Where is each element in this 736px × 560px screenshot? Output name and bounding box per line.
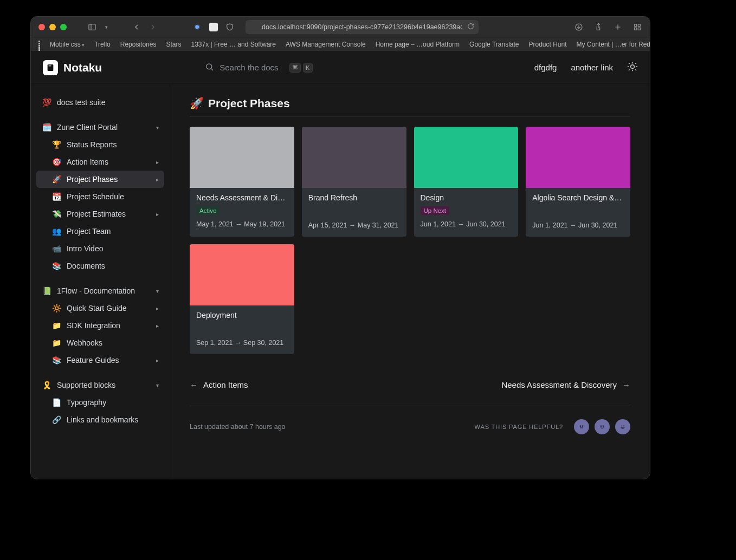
- nav-back-button[interactable]: [132, 22, 141, 32]
- bookmark-item[interactable]: Home page – …oud Platform: [376, 41, 460, 48]
- sidebar-root[interactable]: 💯 docs test suite: [36, 94, 164, 111]
- card-title: Deployment: [196, 311, 288, 320]
- svg-rect-7: [635, 24, 637, 26]
- feedback-faces: [574, 419, 630, 434]
- nav-forward-button[interactable]: [148, 22, 158, 32]
- download-icon[interactable]: [574, 22, 584, 32]
- phase-card[interactable]: Design Up Next Jun 1, 2021 → Jun 30, 202…: [414, 127, 519, 237]
- sidebar-toggle-icon[interactable]: [87, 22, 97, 32]
- bookmark-item[interactable]: Trello: [94, 41, 111, 48]
- status-badge: Active: [196, 206, 219, 215]
- header-link[interactable]: another link: [571, 63, 613, 72]
- sidebar-item-project-estimates[interactable]: 💸 Project Estimates ▸: [36, 205, 164, 223]
- sidebar-item-project-team[interactable]: 👥 Project Team: [36, 223, 164, 240]
- pager-next[interactable]: Needs Assessment & Discovery →: [501, 380, 630, 389]
- arrow-left-icon: ←: [190, 380, 198, 389]
- feedback-face-neutral[interactable]: [574, 419, 589, 434]
- sidebar[interactable]: 💯 docs test suite 🗓️ Zune Client Portal …: [31, 84, 170, 479]
- phase-card[interactable]: Needs Assessment & Dis… Active May 1, 20…: [190, 127, 294, 237]
- svg-point-13: [206, 63, 212, 69]
- sidebar-item-label: Project Phases: [67, 175, 118, 184]
- sidebar-item-project-phases[interactable]: 🚀 Project Phases ▸: [36, 171, 164, 188]
- search-icon: [205, 62, 214, 73]
- share-icon[interactable]: [593, 22, 603, 32]
- chevron-right-icon: ▸: [156, 211, 159, 217]
- sidebar-item-project-schedule[interactable]: 📆 Project Schedule: [36, 188, 164, 205]
- feedback-face-great[interactable]: [615, 419, 630, 434]
- extension-icon-2[interactable]: [209, 22, 218, 32]
- close-window-button[interactable]: [38, 24, 45, 30]
- page-title-emoji: 🚀: [190, 97, 204, 110]
- theme-toggle-icon[interactable]: [627, 61, 638, 74]
- bookmark-item[interactable]: Repositories: [120, 41, 157, 48]
- minimize-window-button[interactable]: [49, 24, 56, 30]
- svg-point-25: [582, 426, 583, 426]
- sidebar-item-quick-start[interactable]: 🔆 Quick Start Guide ▸: [36, 299, 164, 317]
- bookmark-item[interactable]: Google Translate: [469, 41, 519, 48]
- phase-card[interactable]: Deployment Sep 1, 2021 → Sep 30, 2021: [190, 244, 294, 354]
- card-dates: Apr 15, 2021 → May 31, 2021: [308, 222, 400, 229]
- sidebar-item-typography[interactable]: 📄 Typography: [36, 394, 164, 411]
- sidebar-item-label: Feature Guides: [67, 356, 119, 364]
- pager-prev[interactable]: ← Action Items: [190, 380, 248, 389]
- svg-line-21: [635, 69, 636, 70]
- header-link[interactable]: dfgdfg: [534, 63, 557, 72]
- sidebar-item-documents[interactable]: 📚 Documents: [36, 257, 164, 275]
- sidebar-section-label: Supported blocks: [57, 381, 115, 389]
- sidebar-item-label: SDK Integration: [67, 321, 120, 330]
- card-title: Design: [421, 193, 512, 202]
- sidebar-item-sdk-integration[interactable]: 📁 SDK Integration ▸: [36, 317, 164, 334]
- feedback-face-good[interactable]: [595, 419, 610, 434]
- sidebar-section-1flow[interactable]: 📗 1Flow - Documentation ▾: [36, 282, 164, 299]
- shield-icon[interactable]: [225, 22, 235, 32]
- bookmark-item[interactable]: Mobile css: [50, 41, 85, 48]
- chevron-down-icon[interactable]: ▾: [104, 22, 109, 32]
- page-title: 🚀 Project Phases: [190, 97, 630, 117]
- maximize-window-button[interactable]: [60, 24, 67, 30]
- search-box[interactable]: Search the docs ⌘ K: [205, 62, 312, 73]
- bookmark-item[interactable]: My Content | …er for Reddit: [577, 41, 650, 48]
- chevron-right-icon: ▸: [156, 159, 159, 165]
- card-dates: Jun 1, 2021 → Jun 30, 2021: [421, 220, 512, 228]
- apps-grid-icon[interactable]: [38, 41, 40, 48]
- sidebar-item-intro-video[interactable]: 📹 Intro Video: [36, 240, 164, 257]
- status-badge: Up Next: [421, 206, 450, 215]
- card-cover: [302, 127, 406, 188]
- emoji-icon: 🎯: [51, 158, 61, 166]
- card-cover: [190, 244, 294, 305]
- brand-logo[interactable]: Notaku: [43, 60, 102, 75]
- reload-icon[interactable]: [467, 23, 474, 31]
- sidebar-section-supported-blocks[interactable]: 🎗️ Supported blocks ▾: [36, 376, 164, 394]
- bookmark-item[interactable]: Stars: [166, 41, 181, 48]
- window-controls: [38, 24, 67, 30]
- bookmark-item[interactable]: Product Hunt: [528, 41, 566, 48]
- sidebar-section-label: Zune Client Portal: [57, 123, 118, 132]
- svg-rect-10: [638, 28, 640, 30]
- browser-titlebar: ▾ ✹ docs.localhost:9090/project-phases-c…: [31, 17, 650, 37]
- phase-card[interactable]: Brand Refresh Apr 15, 2021 → May 31, 202…: [302, 127, 406, 237]
- chevron-right-icon: ▸: [156, 305, 159, 311]
- bookmark-item[interactable]: AWS Management Console: [286, 41, 366, 48]
- phase-card[interactable]: Algolia Search Design & I… Jun 1, 2021 →…: [526, 127, 630, 237]
- sidebar-item-status-reports[interactable]: 🏆 Status Reports: [36, 136, 164, 153]
- emoji-icon: 🎗️: [42, 381, 51, 389]
- app-header: Notaku Search the docs ⌘ K dfgdfg anothe…: [31, 51, 650, 84]
- sidebar-item-action-items[interactable]: 🎯 Action Items ▸: [36, 153, 164, 171]
- new-tab-icon[interactable]: [613, 22, 623, 32]
- svg-line-22: [635, 63, 636, 64]
- sidebar-item-label: Documents: [67, 262, 105, 270]
- extension-icon-1[interactable]: ✹: [192, 22, 202, 32]
- sidebar-item-links-bookmarks[interactable]: 🔗 Links and bookmarks: [36, 411, 164, 428]
- app-body: 💯 docs test suite 🗓️ Zune Client Portal …: [31, 84, 650, 479]
- emoji-icon: 📆: [51, 192, 61, 201]
- bookmark-item[interactable]: 1337x | Free … and Software: [191, 41, 276, 48]
- svg-rect-8: [638, 24, 640, 26]
- tab-overview-icon[interactable]: [632, 22, 642, 32]
- sidebar-item-webhooks[interactable]: 📁 Webhooks: [36, 334, 164, 351]
- sidebar-item-label: Project Team: [67, 227, 111, 236]
- sidebar-section-zune[interactable]: 🗓️ Zune Client Portal ▾: [36, 119, 164, 136]
- url-bar[interactable]: docs.localhost:9090/project-phases-c977e…: [246, 20, 479, 34]
- main-content[interactable]: 🚀 Project Phases Needs Assessment & Dis……: [170, 84, 650, 479]
- emoji-icon: 💯: [42, 98, 51, 107]
- sidebar-item-feature-guides[interactable]: 📚 Feature Guides ▸: [36, 351, 164, 369]
